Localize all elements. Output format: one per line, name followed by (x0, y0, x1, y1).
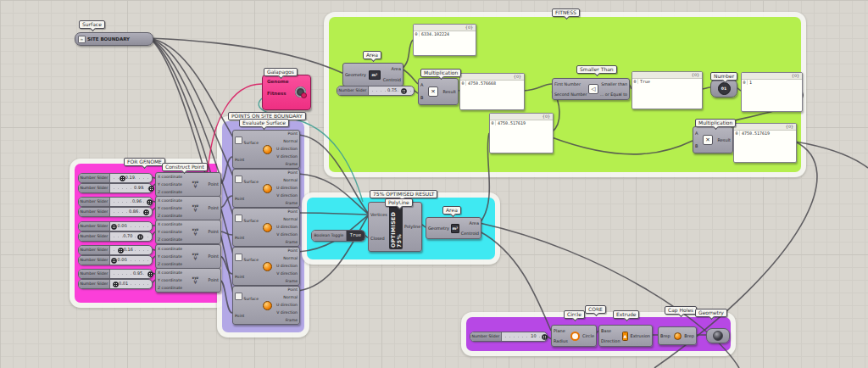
u-direction-output[interactable]: U direction (275, 185, 299, 192)
z-coordinate-input[interactable]: Z coordinate (156, 261, 184, 267)
point-output[interactable]: Point (287, 170, 299, 176)
normal-output[interactable]: Normal (281, 177, 299, 184)
core-radius-slider[interactable]: Number Slider 10 (470, 332, 548, 342)
point-output[interactable]: Point (287, 248, 299, 254)
point-input[interactable]: Point (233, 274, 260, 280)
genome-slider-2[interactable]: Number Slider 0.99 (78, 183, 153, 193)
normal-output[interactable]: Normal (281, 294, 299, 301)
multiplication-component-2[interactable]: A B ✕ Result (693, 126, 733, 153)
construct-point-component[interactable]: X coordinateY coordinateZ coordinate xyz… (155, 244, 221, 269)
u-direction-output[interactable]: U direction (275, 302, 299, 309)
multiplication-component-1[interactable]: A B ✕ Result (418, 78, 459, 105)
point-output[interactable]: Point (207, 229, 220, 235)
slider-knob[interactable] (111, 224, 117, 230)
z-coordinate-input[interactable]: Z coordinate (156, 213, 184, 219)
area-component-fitness[interactable]: Geometry m² Area Centroid (342, 63, 403, 86)
vertices-input[interactable]: Vertices (369, 212, 389, 218)
frame-output[interactable]: Frame (284, 278, 299, 285)
site-boundary-param[interactable]: ≈ SITE BOUNDARY (75, 32, 153, 46)
slider-track[interactable]: 0.95 (110, 270, 152, 278)
slider-track[interactable]: 0.00 (110, 222, 152, 231)
genome-slider-5[interactable]: Number Slider 0.00 (78, 221, 153, 231)
point-output[interactable]: Point (207, 277, 220, 283)
area-component-result[interactable]: Geometry m² Area Centroid (426, 217, 481, 239)
u-direction-output[interactable]: U direction (275, 263, 299, 270)
or-equal-output[interactable]: ... or Equal to (598, 92, 629, 98)
x-coordinate-input[interactable]: X coordinate (156, 221, 184, 227)
v-direction-output[interactable]: V direction (275, 192, 299, 199)
construct-point-component[interactable]: X coordinateY coordinateZ coordinate xyz… (155, 196, 221, 220)
slider-knob[interactable] (137, 234, 143, 240)
v-direction-output[interactable]: V direction (275, 270, 299, 277)
frame-output[interactable]: Frame (284, 161, 299, 168)
frame-output[interactable]: Frame (284, 239, 299, 246)
galapagos-solver[interactable]: Genome Fitness (262, 75, 311, 110)
toggle-value[interactable]: True (347, 231, 364, 241)
mult-result-output[interactable]: Result (716, 137, 732, 143)
genome-slider-1[interactable]: Number Slider 0.19 (78, 173, 153, 183)
construct-point-component[interactable]: X coordinateY coordinateZ coordinate xyz… (155, 268, 221, 293)
x-coordinate-input[interactable]: X coordinate (156, 198, 184, 204)
z-coordinate-input[interactable]: Z coordinate (156, 189, 184, 195)
panel-target-area[interactable]: {0} 04750.576668 (459, 73, 525, 110)
mult-result-output[interactable]: Result (442, 89, 458, 95)
mult-b-input[interactable]: B (419, 95, 425, 101)
area-geometry-input[interactable]: Geometry (426, 226, 451, 231)
geometry-param[interactable] (706, 328, 730, 343)
extrusion-output[interactable]: Extrusion (628, 333, 652, 339)
x-coordinate-input[interactable]: X coordinate (156, 270, 184, 276)
point-input[interactable]: Point (233, 235, 260, 241)
genome-slider-9[interactable]: Number Slider 0.95 (78, 269, 153, 279)
slider-track[interactable]: 0.01 (110, 280, 152, 288)
u-direction-output[interactable]: U direction (275, 146, 299, 153)
genome-slider-3[interactable]: Number Slider 0.96 (78, 197, 153, 207)
genome-slider-6[interactable]: Number Slider 0.70 (78, 231, 153, 242)
construct-point-component[interactable]: X coordinateY coordinateZ coordinate xyz… (155, 220, 221, 244)
boolean-toggle[interactable]: Boolean Toggle True (311, 230, 365, 242)
slider-track[interactable]: 0.75 (369, 86, 414, 95)
slider-track[interactable]: 0.00 (110, 256, 152, 265)
normal-output[interactable]: Normal (281, 255, 299, 262)
evaluate-surface-component[interactable]: SurfacePoint PointNormalU directionV dir… (232, 247, 300, 286)
grasshopper-canvas[interactable]: Surface Galapagos FITNESS Area Multiplic… (0, 0, 868, 368)
z-coordinate-input[interactable]: Z coordinate (156, 285, 184, 291)
genome-slider-10[interactable]: Number Slider 0.01 (78, 279, 153, 289)
slider-knob[interactable] (118, 248, 124, 254)
surface-input[interactable]: Surface (233, 215, 260, 224)
slider-track[interactable]: 0.96 (110, 198, 152, 206)
point-input[interactable]: Point (233, 196, 260, 202)
z-coordinate-input[interactable]: Z coordinate (156, 237, 184, 243)
slider-track[interactable]: 0.16 (110, 246, 152, 254)
point-output[interactable]: Point (287, 209, 299, 215)
x-coordinate-input[interactable]: X coordinate (156, 174, 184, 180)
evaluate-surface-component[interactable]: SurfacePoint PointNormalU directionV dir… (232, 208, 300, 247)
radius-input[interactable]: Radius (552, 338, 570, 344)
panel-boolean[interactable]: {0} 0True (632, 71, 703, 109)
mult-a-input[interactable]: A (693, 131, 699, 137)
slider-knob[interactable] (143, 209, 149, 215)
circle-component[interactable]: PlaneRadius Circle (551, 325, 597, 347)
frame-output[interactable]: Frame (284, 317, 299, 324)
closed-input[interactable]: Closed (369, 236, 389, 242)
y-coordinate-input[interactable]: Y coordinate (156, 229, 184, 235)
point-output[interactable]: Point (207, 181, 220, 187)
area-output[interactable]: Area (389, 66, 403, 72)
polyline-component[interactable]: VerticesClosed OPTIMISED 75% Polyline (368, 202, 422, 252)
polyline-output[interactable]: Polyline (403, 224, 422, 230)
construct-point-component[interactable]: X coordinateY coordinateZ coordinate xyz… (155, 172, 221, 197)
point-input[interactable]: Point (233, 313, 260, 319)
point-input[interactable]: Point (233, 157, 260, 163)
brep-input[interactable]: Brep (659, 333, 672, 339)
area-geometry-input[interactable]: Geometry (343, 72, 368, 78)
circle-output[interactable]: Circle (581, 333, 596, 339)
genome-slider-8[interactable]: Number Slider 0.00 (78, 255, 153, 265)
evaluate-surface-component[interactable]: SurfacePoint PointNormalU directionV dir… (232, 130, 300, 169)
mult-a-input[interactable]: A (419, 82, 425, 88)
slider-knob[interactable] (113, 282, 119, 287)
y-coordinate-input[interactable]: Y coordinate (156, 277, 184, 283)
y-coordinate-input[interactable]: Y coordinate (156, 181, 184, 187)
mult-b-input[interactable]: B (693, 143, 699, 149)
surface-input[interactable]: Surface (233, 254, 260, 263)
surface-input[interactable]: Surface (233, 137, 260, 146)
slider-knob[interactable] (147, 199, 153, 205)
